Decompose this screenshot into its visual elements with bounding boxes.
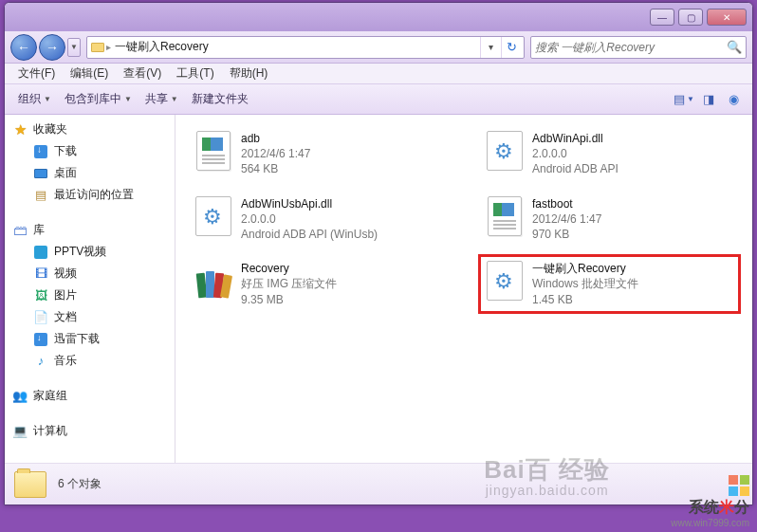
share-button[interactable]: 共享▼ <box>139 87 184 111</box>
toolbar: 组织▼ 包含到库中▼ 共享▼ 新建文件夹 ▤▼ ◨ ◉ <box>5 84 752 115</box>
file-item[interactable]: adb2012/4/6 1:47564 KB <box>187 124 450 184</box>
minimize-button[interactable]: — <box>650 9 674 26</box>
file-icon <box>194 131 233 171</box>
sidebar-xunlei[interactable]: 迅雷下载 <box>9 328 175 350</box>
file-size: Android ADB API (WinUsb) <box>241 227 378 242</box>
file-name: Recovery <box>241 261 337 276</box>
picture-icon: 🖼 <box>33 288 48 303</box>
file-item[interactable]: Recovery好压 IMG 压缩文件9.35 MB <box>187 254 450 314</box>
menu-view[interactable]: 查看(V) <box>116 64 169 83</box>
pptv-icon <box>33 245 48 260</box>
file-size: 1.45 KB <box>532 292 638 307</box>
sidebar-videos[interactable]: 🎞视频 <box>9 263 175 284</box>
menu-file[interactable]: 文件(F) <box>10 64 63 83</box>
sidebar-desktop[interactable]: 桌面 <box>9 162 175 184</box>
maximize-button[interactable]: ▢ <box>678 9 703 26</box>
back-button[interactable]: ← <box>10 34 37 61</box>
file-name: AdbWinUsbApi.dll <box>241 196 378 211</box>
close-button[interactable]: ✕ <box>707 9 747 26</box>
view-mode-button[interactable]: ▤▼ <box>673 89 695 110</box>
file-size: Android ADB API <box>532 161 619 176</box>
history-dropdown[interactable]: ▼ <box>67 38 81 57</box>
menu-help[interactable]: 帮助(H) <box>222 64 276 83</box>
refresh-button[interactable]: ↻ <box>501 37 522 58</box>
library-icon: 🗃 <box>12 223 28 238</box>
sidebar-recent[interactable]: ▤最近访问的位置 <box>9 184 175 206</box>
recent-icon: ▤ <box>33 188 48 203</box>
file-name: AdbWinApi.dll <box>532 131 619 146</box>
status-text: 6 个对象 <box>58 476 102 492</box>
star-icon: ★ <box>12 122 28 138</box>
file-detail: 2012/4/6 1:47 <box>532 211 601 227</box>
xunlei-icon <box>33 332 48 347</box>
forward-button[interactable]: → <box>39 34 65 61</box>
music-icon: ♪ <box>33 354 48 369</box>
file-name: 一键刷入Recovery <box>532 261 638 276</box>
computer-header[interactable]: 💻计算机 <box>9 420 175 442</box>
folder-icon <box>14 471 46 498</box>
sidebar-music[interactable]: ♪音乐 <box>9 350 175 372</box>
file-size: 564 KB <box>241 161 310 176</box>
menubar: 文件(F) 编辑(E) 查看(V) 工具(T) 帮助(H) <box>5 64 752 84</box>
status-bar: 6 个对象 <box>5 463 752 504</box>
file-name: fastboot <box>532 196 601 211</box>
file-detail: 2012/4/6 1:47 <box>241 146 310 161</box>
file-item[interactable]: AdbWinUsbApi.dll2.0.0.0Android ADB API (… <box>187 190 450 249</box>
organize-button[interactable]: 组织▼ <box>12 87 57 111</box>
search-box[interactable]: 🔍 <box>530 36 747 59</box>
file-detail: 2.0.0.0 <box>532 146 619 161</box>
file-icon <box>485 261 525 301</box>
sidebar: ★收藏夹 下载 桌面 ▤最近访问的位置 🗃库 PPTV视频 🎞视频 🖼图片 📄文… <box>5 115 175 463</box>
sidebar-documents[interactable]: 📄文档 <box>9 306 175 328</box>
new-folder-button[interactable]: 新建文件夹 <box>186 87 254 111</box>
file-detail: Windows 批处理文件 <box>532 276 638 291</box>
desktop-icon <box>33 166 48 181</box>
preview-pane-button[interactable]: ◨ <box>697 89 720 110</box>
file-item[interactable]: fastboot2012/4/6 1:47970 KB <box>478 190 741 249</box>
homegroup-header[interactable]: 👥家庭组 <box>9 385 175 407</box>
address-dropdown[interactable]: ▾ <box>480 37 501 58</box>
search-input[interactable] <box>535 41 727 54</box>
menu-tools[interactable]: 工具(T) <box>169 64 221 83</box>
file-detail: 好压 IMG 压缩文件 <box>241 276 337 291</box>
file-icon <box>194 261 233 301</box>
file-size: 970 KB <box>532 227 601 242</box>
favorites-header[interactable]: ★收藏夹 <box>9 119 175 140</box>
file-size: 9.35 MB <box>241 292 337 307</box>
include-in-library-button[interactable]: 包含到库中▼ <box>59 87 138 111</box>
computer-icon: 💻 <box>12 424 28 439</box>
file-detail: 2.0.0.0 <box>241 211 378 227</box>
file-icon <box>194 196 233 236</box>
help-button[interactable]: ◉ <box>722 89 745 110</box>
file-item[interactable]: 一键刷入RecoveryWindows 批处理文件1.45 KB <box>478 254 741 314</box>
search-icon[interactable]: 🔍 <box>727 40 742 54</box>
file-icon <box>485 131 525 171</box>
homegroup-icon: 👥 <box>12 389 28 404</box>
address-bar[interactable]: ▸ 一键刷入Recovery ▾ ↻ <box>86 36 525 59</box>
explorer-window: — ▢ ✕ ← → ▼ ▸ 一键刷入Recovery ▾ ↻ 🔍 文件 <box>4 2 753 505</box>
sidebar-pptv[interactable]: PPTV视频 <box>9 241 175 263</box>
menu-edit[interactable]: 编辑(E) <box>63 64 116 83</box>
file-list: adb2012/4/6 1:47564 KBAdbWinApi.dll2.0.0… <box>175 115 752 463</box>
file-item[interactable]: AdbWinApi.dll2.0.0.0Android ADB API <box>478 124 741 184</box>
download-icon <box>33 144 48 159</box>
document-icon: 📄 <box>33 310 48 325</box>
video-icon: 🎞 <box>33 266 48 282</box>
file-icon <box>485 196 525 236</box>
folder-icon <box>89 39 106 56</box>
sidebar-downloads[interactable]: 下载 <box>9 140 175 162</box>
libraries-header[interactable]: 🗃库 <box>9 219 175 241</box>
breadcrumb[interactable]: 一键刷入Recovery <box>111 39 480 55</box>
sidebar-pictures[interactable]: 🖼图片 <box>9 284 175 306</box>
navbar: ← → ▼ ▸ 一键刷入Recovery ▾ ↻ 🔍 <box>5 31 752 64</box>
file-name: adb <box>241 131 310 146</box>
titlebar: — ▢ ✕ <box>5 3 752 31</box>
